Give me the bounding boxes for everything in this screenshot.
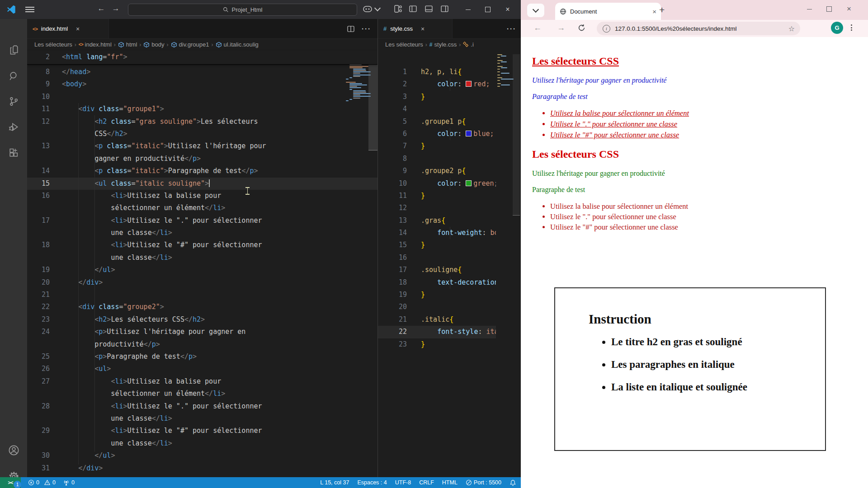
breadcrumb-item[interactable]: html: [118, 41, 137, 48]
extensions-icon[interactable]: [0, 142, 27, 164]
code-line-20[interactable]: 20: [378, 301, 496, 313]
sticky-line-2[interactable]: 2<html lang="fr">: [27, 51, 377, 64]
copilot-icon[interactable]: [363, 5, 372, 13]
code-line-9[interactable]: 9.groupe2 p{: [378, 165, 496, 177]
code-line-8[interactable]: 8: [378, 153, 496, 165]
code-line-22[interactable]: 22 <div class="groupe2">: [27, 301, 377, 313]
code-line-wrap[interactable]: sélectionner un élément</li>: [27, 388, 377, 400]
indentation[interactable]: Espaces : 4: [357, 479, 387, 486]
code-line-14[interactable]: 14 <p class="italic">Paragraphe de test<…: [27, 165, 377, 177]
run-debug-icon[interactable]: [0, 116, 27, 138]
maximize-button[interactable]: [478, 0, 498, 19]
code-line-wrap[interactable]: une classe</li>: [27, 227, 377, 239]
tab-close-icon[interactable]: ×: [421, 25, 425, 33]
code-line-12[interactable]: 12: [378, 202, 496, 214]
tab-style-css[interactable]: # style.css ×: [378, 19, 453, 38]
code-line-29[interactable]: 29 <li>Utilisez le "#" pour sélectionner: [27, 425, 377, 437]
code-line-21[interactable]: 21.italic{: [378, 314, 496, 326]
code-line-wrap[interactable]: une classe</li>: [27, 252, 377, 264]
code-line-13[interactable]: 13 <p class="italic">Utilisez l'héritage…: [27, 140, 377, 152]
ports-indicator[interactable]: 0: [63, 479, 75, 486]
more-actions-icon[interactable]: ···: [362, 25, 371, 33]
address-bar[interactable]: i 127.0.0.1:5500/Les%20sélecteurs/index.…: [597, 22, 800, 35]
code-line-14[interactable]: 14 font-weight: bold;: [378, 227, 496, 239]
back-arrow-icon[interactable]: ←: [96, 4, 107, 13]
problems-indicator[interactable]: 0 0: [28, 479, 56, 486]
code-line-11[interactable]: 11}: [378, 190, 496, 202]
breadcrumb-item[interactable]: body: [143, 41, 164, 48]
scrollbar[interactable]: [368, 54, 377, 150]
scrollbar[interactable]: [513, 54, 520, 216]
minimize-button[interactable]: [799, 0, 819, 18]
tab-index-html[interactable]: <> index.html ×: [27, 19, 109, 38]
code-line-8[interactable]: 8</head>: [27, 66, 377, 78]
code-editor-style-css[interactable]: 1h2, p, li{2 color: red;3}45.groupe1 p{6…: [378, 51, 521, 477]
code-line-11[interactable]: 11 <div class="groupe1">: [27, 103, 377, 115]
split-editor-icon[interactable]: [347, 25, 354, 33]
close-button[interactable]: ×: [498, 0, 518, 19]
code-line-27[interactable]: 27 <li>Utilisez la balise pour: [27, 375, 377, 388]
explorer-icon[interactable]: [0, 39, 27, 61]
new-tab-icon[interactable]: +: [659, 5, 665, 15]
code-line-wrap[interactable]: une classe</li>: [27, 437, 377, 450]
live-server-port[interactable]: Port : 5500: [466, 479, 501, 486]
toggle-panel-icon[interactable]: [425, 5, 433, 13]
code-line-18[interactable]: 18 <li>Utilisez le "#" pour sélectionner: [27, 239, 377, 251]
code-line-15[interactable]: 15}: [378, 239, 496, 251]
code-line-4[interactable]: 4: [378, 103, 496, 115]
profile-avatar[interactable]: G: [831, 22, 843, 34]
code-line-17[interactable]: 17.souligne{: [378, 264, 496, 276]
code-line-7[interactable]: 7}: [378, 140, 496, 152]
breadcrumb-item[interactable]: ul.italic.soulig: [216, 41, 259, 48]
breadcrumb-item[interactable]: #style.css: [429, 41, 457, 48]
forward-arrow-icon[interactable]: →: [555, 23, 567, 33]
eol-sequence[interactable]: CRLF: [419, 479, 434, 486]
code-line-wrap[interactable]: une classe</li>: [27, 413, 377, 425]
code-line-23[interactable]: 23}: [378, 338, 496, 351]
code-line-25[interactable]: 25 <p>Paragraphe de test</p>: [27, 351, 377, 363]
code-line-23[interactable]: 23 <h2>Les sélecteurs CSS</h2>: [27, 314, 377, 326]
code-line-30[interactable]: 30 </ul>: [27, 450, 377, 462]
search-icon[interactable]: [0, 65, 27, 87]
breadcrumb-item[interactable]: <>index.html: [79, 41, 112, 48]
toggle-sidebar-icon[interactable]: [409, 5, 417, 13]
code-line-21[interactable]: 21: [27, 289, 377, 301]
source-control-icon[interactable]: [0, 90, 27, 112]
tab-close-icon[interactable]: ×: [76, 25, 80, 33]
tab-close-icon[interactable]: ×: [652, 8, 656, 15]
code-line-wrap[interactable]: gagner en productivité</p>: [27, 153, 377, 165]
code-line-12[interactable]: 12 <h2 class="gras souligne">Les sélecte…: [27, 116, 377, 128]
code-line-wrap[interactable]: CSS</h2>: [27, 128, 377, 140]
code-line-26[interactable]: 26 <ul>: [27, 363, 377, 375]
code-line-19[interactable]: 19}: [378, 289, 496, 301]
code-line-19[interactable]: 19 </ul>: [27, 264, 377, 276]
language-mode[interactable]: HTML: [442, 479, 458, 486]
browser-tab-document[interactable]: Document ×: [555, 3, 661, 20]
maximize-button[interactable]: [819, 0, 839, 18]
cursor-position[interactable]: L 15, col 37: [320, 479, 349, 486]
copilot-chevron-icon[interactable]: [375, 8, 380, 10]
breadcrumb-item[interactable]: Les sélecteurs: [34, 41, 72, 48]
code-line-9[interactable]: 9<body>: [27, 78, 377, 90]
code-line-20[interactable]: 20 </div>: [27, 277, 377, 289]
code-line-wrap[interactable]: sélectionner un élément</li>: [27, 202, 377, 214]
code-line-31[interactable]: 31 </div>: [27, 462, 377, 474]
code-line-10[interactable]: 10 color: green;: [378, 178, 496, 190]
code-line-5[interactable]: 5.groupe1 p{: [378, 116, 496, 128]
code-line-6[interactable]: 6 color: blue;: [378, 128, 496, 140]
tab-search-chevron-icon[interactable]: [527, 4, 544, 17]
code-line-15[interactable]: 15 <ul class="italic souligne">: [27, 178, 377, 190]
breadcrumb-item[interactable]: .i: [463, 41, 474, 48]
encoding[interactable]: UTF-8: [395, 479, 411, 486]
menu-icon[interactable]: [25, 7, 34, 12]
breadcrumb-item[interactable]: Les sélecteurs: [385, 41, 423, 48]
code-line-3[interactable]: 3}: [378, 91, 496, 103]
code-editor-index-html[interactable]: 2<html lang="fr"> 8</head>9<body>1011 <d…: [27, 51, 377, 477]
account-icon[interactable]: [0, 439, 27, 461]
code-line-wrap[interactable]: productivité</p>: [27, 338, 377, 351]
bookmark-star-icon[interactable]: ☆: [788, 24, 795, 33]
customize-layout-icon[interactable]: [394, 5, 402, 13]
forward-arrow-icon[interactable]: →: [110, 4, 121, 13]
notifications-bell-icon[interactable]: [509, 479, 516, 486]
code-line-24[interactable]: 24 <p>Utilisez l'héritage pour gagner en: [27, 326, 377, 338]
